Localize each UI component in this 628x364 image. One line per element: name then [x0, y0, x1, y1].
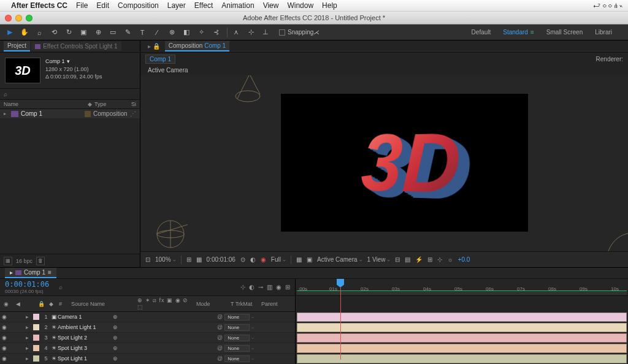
camera-wireframe-icon[interactable] — [154, 218, 188, 251]
label-color[interactable] — [33, 314, 39, 320]
interpret-icon[interactable]: ▦ — [4, 257, 12, 265]
axis-local-icon[interactable]: ⋏ — [230, 26, 242, 39]
layer-name[interactable]: Ambient Light 1 — [58, 324, 113, 330]
tab-composition[interactable]: Composition Comp 1 — [165, 41, 229, 51]
visibility-toggle[interactable]: ◉ — [0, 345, 9, 351]
type-tool[interactable]: T — [136, 26, 148, 39]
window-titlebar[interactable]: Adobe After Effects CC 2018 - Untitled P… — [0, 12, 628, 25]
composition-viewport[interactable]: 3D 3D 3D 3D 3D 3D 3D — [140, 75, 628, 251]
layer-bar[interactable] — [297, 344, 627, 353]
twirl-icon[interactable]: ▸ — [23, 324, 31, 330]
menu-composition[interactable]: Composition — [118, 1, 159, 10]
twirl-icon[interactable]: ▸ — [23, 355, 31, 362]
exposure-reset-icon[interactable]: ☼ — [447, 256, 453, 263]
camera-dropdown[interactable]: Active Camera — [317, 256, 362, 263]
col-label-icon[interactable]: ◆ — [86, 101, 94, 107]
transparency-icon[interactable]: ▦ — [196, 256, 202, 263]
header-switches[interactable]: ⊕ ✶ ⧄ fx ▣ ◉ ⊘ ⬚ — [137, 297, 193, 310]
rotate-tool[interactable]: ↻ — [63, 26, 75, 39]
pickwhip-icon[interactable]: @ — [217, 314, 223, 320]
axis-world-icon[interactable]: ⊹ — [245, 26, 257, 39]
time-ruler[interactable]: :00s01s02s03s04s05s06s07s08s09s10s — [296, 279, 628, 296]
visibility-toggle[interactable]: ◉ — [0, 324, 9, 330]
visibility-toggle[interactable]: ◉ — [0, 314, 9, 320]
rect-tool[interactable]: ▭ — [107, 26, 119, 39]
pickwhip-icon[interactable]: @ — [217, 335, 223, 341]
project-search[interactable]: ⌕ — [0, 88, 140, 100]
graph-editor-icon[interactable]: ⊞ — [285, 284, 290, 290]
menu-edit[interactable]: Edit — [96, 1, 109, 10]
layer-switches[interactable]: ⊕ — [113, 314, 168, 320]
orbit-tool[interactable]: ⟲ — [48, 26, 60, 39]
pickwhip-icon[interactable]: @ — [217, 324, 223, 330]
eraser-tool[interactable]: ◧ — [180, 26, 193, 39]
menu-window[interactable]: Window — [287, 1, 313, 10]
lock-header-icon[interactable]: 🔒 — [38, 301, 45, 307]
parent-dropdown[interactable]: @None⌵ — [217, 345, 254, 352]
header-mode[interactable]: Mode — [196, 301, 227, 307]
parent-dropdown[interactable]: @None⌵ — [217, 355, 254, 362]
menu-animation[interactable]: Animation — [221, 1, 254, 10]
renderer-label[interactable]: Renderer: — [596, 53, 628, 65]
layer-row[interactable]: ◉▸5☀Spot Light 1⊕@None⌵ — [0, 354, 295, 364]
pickwhip-icon[interactable]: @ — [217, 355, 223, 362]
header-source[interactable]: Source Name — [71, 301, 134, 307]
pickwhip-icon[interactable]: @ — [217, 345, 223, 351]
magnify-icon[interactable]: ⊡ — [145, 256, 150, 263]
view-options-icon[interactable]: ⊟ — [395, 256, 400, 263]
selection-tool[interactable]: ▶ — [4, 26, 16, 39]
menu-help[interactable]: Help — [322, 1, 337, 10]
workspace-small[interactable]: Small Screen — [546, 29, 583, 36]
hide-shy-icon[interactable]: ⊸ — [258, 284, 263, 290]
snapshot-icon[interactable]: ⊙ — [240, 256, 245, 263]
brush-tool[interactable]: ⁄ — [151, 26, 163, 39]
visibility-toggle[interactable]: ◉ — [0, 335, 9, 341]
pixel-aspect-icon[interactable]: ▤ — [405, 256, 410, 263]
zoom-tool[interactable]: ⌕ — [33, 26, 45, 39]
label-color[interactable] — [33, 324, 39, 330]
workspace-default[interactable]: Default — [472, 29, 491, 36]
puppet-tool[interactable]: ⊰ — [210, 26, 222, 39]
project-item-row[interactable]: ▸ Comp 1 Composition ⋰ — [0, 109, 140, 118]
menu-view[interactable]: View — [263, 1, 279, 10]
panel-lock-icon[interactable]: ▸ 🔒 — [144, 42, 164, 51]
trash-icon[interactable]: 🗑 — [36, 257, 45, 265]
guides-icon[interactable]: ▣ — [307, 256, 312, 263]
layer-row[interactable]: ◉▸4☀Spot Light 3⊕@None⌵ — [0, 343, 295, 354]
col-size[interactable]: Si — [131, 101, 136, 107]
comp-canvas[interactable]: 3D 3D 3D 3D 3D 3D 3D — [281, 94, 528, 232]
snapping-toggle[interactable]: Snapping ⋌ — [279, 29, 320, 36]
layer-row[interactable]: ◉▸1▣Camera 1⊕@None⌵ — [0, 312, 295, 322]
app-menu[interactable]: After Effects CC — [11, 1, 67, 10]
bpc[interactable]: 16 bpc — [16, 258, 33, 264]
channel-icon[interactable]: ◐ — [250, 256, 256, 263]
zoom-dropdown[interactable]: 100% — [155, 256, 176, 263]
views-dropdown[interactable]: 1 View — [367, 256, 391, 263]
roi-icon[interactable]: ◉ — [261, 256, 266, 263]
parent-dropdown[interactable]: @None⌵ — [217, 335, 254, 341]
col-name[interactable]: Name — [4, 101, 86, 107]
timeline-tab[interactable]: ▸ Comp 1 ≡ — [5, 268, 56, 278]
flowchart-icon[interactable]: ⊹ — [437, 256, 442, 263]
parent-dropdown[interactable]: @None⌵ — [217, 324, 254, 331]
layer-switches[interactable]: ⊕ — [113, 335, 168, 341]
comp-thumbnail[interactable]: 3D — [5, 58, 40, 83]
draft3d-icon[interactable]: ◐ — [249, 284, 255, 290]
twirl-icon[interactable]: ▸ — [23, 335, 31, 341]
layer-name[interactable]: Spot Light 3 — [58, 345, 113, 351]
twirl-icon[interactable]: ▸ — [23, 314, 31, 320]
pan-behind-tool[interactable]: ⊕ — [92, 26, 104, 39]
3d-text-layer[interactable]: 3D 3D 3D 3D 3D 3D 3D — [359, 113, 462, 213]
workspace-libraries[interactable]: Librari — [595, 29, 612, 36]
breadcrumb-comp[interactable]: Comp 1 — [145, 55, 175, 64]
frame-blend-icon[interactable]: ▥ — [267, 284, 272, 290]
menu-effect[interactable]: Effect — [194, 1, 213, 10]
layer-switches[interactable]: ⊕ — [113, 345, 168, 351]
work-area[interactable] — [297, 290, 627, 295]
layer-row[interactable]: ◉▸2☀Ambient Light 1⊕@None⌵ — [0, 322, 295, 333]
timeline-search[interactable]: ⌕ — [59, 284, 234, 290]
workspace-standard[interactable]: Standard≡ — [503, 29, 534, 36]
tab-project[interactable]: Project — [4, 41, 30, 51]
exposure-value[interactable]: +0.0 — [458, 256, 470, 263]
layer-bar[interactable] — [297, 354, 627, 363]
